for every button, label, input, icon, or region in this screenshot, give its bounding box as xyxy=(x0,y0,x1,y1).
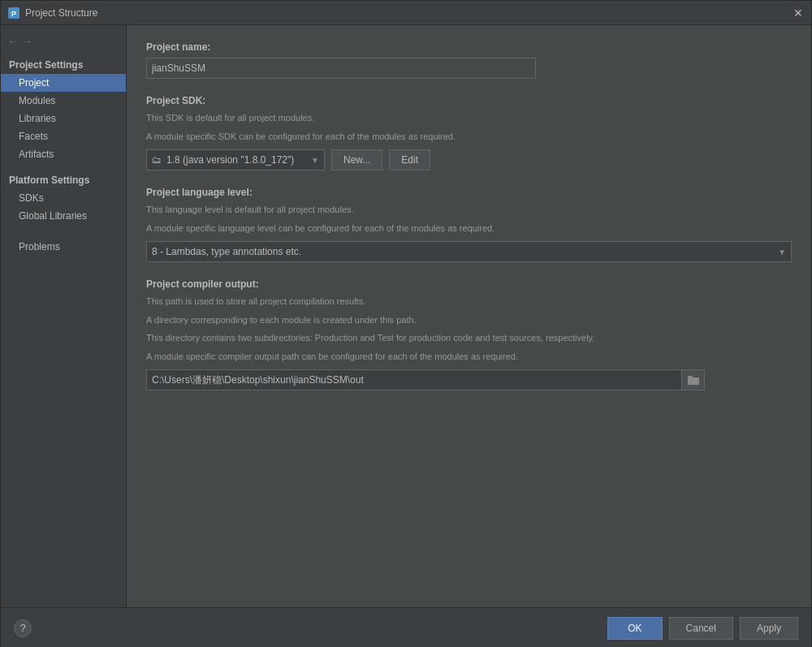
main-container: ← → Project Settings Project Modules Lib… xyxy=(1,25,811,607)
language-desc2: A module specific language level can be … xyxy=(146,222,792,235)
back-arrow[interactable]: ← xyxy=(7,35,19,48)
compiler-output-section: Project compiler output: This path is us… xyxy=(146,278,792,390)
bottom-right: OK Cancel Apply xyxy=(607,617,798,640)
sdk-desc2: A module specific SDK can be configured … xyxy=(146,130,792,144)
sidebar: ← → Project Settings Project Modules Lib… xyxy=(1,25,127,607)
sidebar-nav: ← → xyxy=(1,32,126,51)
sidebar-item-artifacts[interactable]: Artifacts xyxy=(1,145,126,163)
bottom-left: ? xyxy=(14,619,32,637)
platform-settings-header: Platform Settings xyxy=(1,170,126,189)
title-bar-left: P Project Structure xyxy=(7,6,97,19)
content-area: Project name: Project SDK: This SDK is d… xyxy=(127,25,811,607)
sidebar-item-libraries[interactable]: Libraries xyxy=(1,110,126,127)
project-language-section: Project language level: This language le… xyxy=(146,187,792,262)
sdk-desc1: This SDK is default for all project modu… xyxy=(146,111,792,125)
dialog-window: P Project Structure ✕ ← → Project Settin… xyxy=(0,0,812,647)
compiler-desc2: A directory corresponding to each module… xyxy=(146,313,792,327)
language-desc1: This language level is default for all p… xyxy=(146,203,792,217)
sidebar-item-problems[interactable]: Problems xyxy=(1,238,126,256)
sdk-dropdown-text: 1.8 (java version "1.8.0_172") xyxy=(166,154,306,166)
sidebar-item-project[interactable]: Project xyxy=(1,74,126,92)
sdk-dropdown-arrow-icon: ▼ xyxy=(311,156,319,165)
close-button[interactable]: ✕ xyxy=(792,6,805,19)
project-name-section: Project name: xyxy=(146,41,792,79)
language-dropdown[interactable]: 8 - Lambdas, type annotations etc. ▼ xyxy=(146,241,792,262)
sdk-dropdown[interactable]: 🗂 1.8 (java version "1.8.0_172") ▼ xyxy=(146,149,325,170)
bottom-bar: ? OK Cancel Apply xyxy=(1,607,811,647)
help-button[interactable]: ? xyxy=(14,619,32,637)
project-sdk-label: Project SDK: xyxy=(146,95,792,106)
compiler-desc1: This path is used to store all project c… xyxy=(146,295,792,308)
sdk-row: 🗂 1.8 (java version "1.8.0_172") ▼ New..… xyxy=(146,149,792,170)
sidebar-item-global-libraries[interactable]: Global Libraries xyxy=(1,207,126,225)
svg-rect-3 xyxy=(688,376,693,378)
svg-text:P: P xyxy=(11,10,16,18)
app-icon: P xyxy=(7,6,20,19)
project-sdk-section: Project SDK: This SDK is default for all… xyxy=(146,95,792,170)
edit-button[interactable]: Edit xyxy=(389,149,430,170)
sidebar-item-modules[interactable]: Modules xyxy=(1,92,126,110)
cancel-button[interactable]: Cancel xyxy=(669,617,733,640)
sdk-folder-icon: 🗂 xyxy=(152,154,162,166)
sidebar-item-facets[interactable]: Facets xyxy=(1,127,126,145)
new-button[interactable]: New... xyxy=(331,149,382,170)
project-settings-header: Project Settings xyxy=(1,54,126,74)
compiler-output-input-wrap xyxy=(146,369,792,390)
svg-rect-2 xyxy=(688,377,699,385)
compiler-output-label: Project compiler output: xyxy=(146,278,792,290)
language-dropdown-text: 8 - Lambdas, type annotations etc. xyxy=(152,246,778,257)
project-name-input[interactable] xyxy=(146,58,536,79)
title-bar: P Project Structure ✕ xyxy=(1,1,811,25)
compiler-output-input[interactable] xyxy=(146,369,682,390)
compiler-desc4: A module specific compiler output path c… xyxy=(146,350,792,364)
window-title: Project Structure xyxy=(25,7,97,19)
compiler-output-folder-button[interactable] xyxy=(682,369,705,390)
language-dropdown-arrow-icon: ▼ xyxy=(778,248,786,257)
project-name-label: Project name: xyxy=(146,41,792,53)
forward-arrow[interactable]: → xyxy=(22,35,33,48)
apply-button[interactable]: Apply xyxy=(740,617,798,640)
sidebar-item-sdks[interactable]: SDKs xyxy=(1,189,126,207)
project-language-label: Project language level: xyxy=(146,187,792,198)
compiler-desc3: This directory contains two subdirectori… xyxy=(146,331,792,345)
ok-button[interactable]: OK xyxy=(607,617,662,640)
